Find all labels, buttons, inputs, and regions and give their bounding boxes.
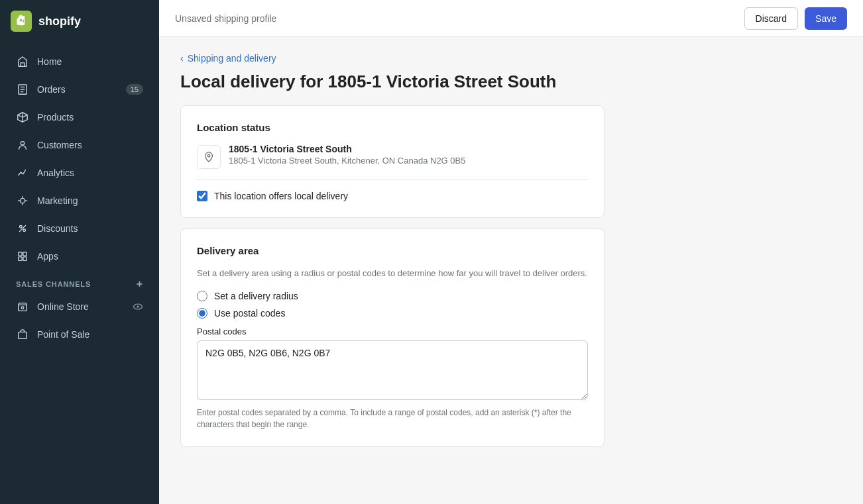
apps-icon [16,250,29,263]
sidebar-item-apps[interactable]: Apps [5,243,154,270]
topbar-actions: Discard Save [744,7,847,30]
sidebar-item-online-store-label: Online Store [37,301,89,312]
breadcrumb[interactable]: ‹ Shipping and delivery [180,53,842,64]
sidebar-navigation: Home Orders 15 Products Customers [0,42,159,504]
svg-point-12 [137,305,139,307]
sidebar: shopify Home Orders 15 Products [0,0,159,504]
sidebar-logo-text: shopify [38,15,81,28]
analytics-icon [16,166,29,179]
sidebar-item-products[interactable]: Products [5,104,154,130]
page-content: ‹ Shipping and delivery Local delivery f… [159,37,863,504]
sidebar-item-discounts-label: Discounts [37,223,78,234]
main-content: Unsaved shipping profile Discard Save ‹ … [159,0,863,504]
local-delivery-checkbox[interactable] [197,191,207,201]
sidebar-item-products-label: Products [37,112,74,123]
marketing-icon [16,194,29,207]
sales-channels-section-header: SALES CHANNELS + [5,270,154,293]
svg-point-10 [21,307,24,309]
delivery-area-card-title: Delivery area [197,245,588,256]
customers-icon [16,138,29,152]
sidebar-item-customers[interactable]: Customers [5,132,154,158]
card-divider [197,179,588,180]
page-title: Local delivery for 1805-1 Victoria Stree… [180,72,842,92]
location-info: 1805-1 Victoria Street South 1805-1 Vict… [229,144,465,166]
breadcrumb-text: Shipping and delivery [188,53,276,64]
postal-radio-option[interactable]: Use postal codes [197,308,588,319]
sidebar-item-marketing-label: Marketing [37,195,78,206]
sidebar-item-home-label: Home [37,56,62,67]
topbar-title: Unsaved shipping profile [175,13,276,24]
sidebar-item-discounts[interactable]: Discounts [5,215,154,242]
local-delivery-label[interactable]: This location offers local delivery [214,191,348,201]
discard-button[interactable]: Discard [744,7,798,30]
add-sales-channel-button[interactable]: + [137,278,143,290]
postal-radio[interactable] [197,308,207,319]
postal-codes-label: Postal codes [197,327,588,336]
sidebar-item-apps-label: Apps [37,251,58,262]
products-icon [16,111,29,124]
location-address: 1805-1 Victoria Street South, Kitchener,… [229,156,465,166]
postal-codes-hint: Enter postal codes separated by a comma.… [197,407,588,430]
breadcrumb-arrow-icon: ‹ [180,53,184,64]
orders-badge: 15 [126,84,143,95]
sidebar-item-orders[interactable]: Orders 15 [5,76,154,103]
location-name: 1805-1 Victoria Street South [229,144,465,154]
sidebar-item-home[interactable]: Home [5,48,154,75]
pos-icon [16,328,29,341]
svg-rect-0 [11,11,32,32]
sidebar-item-point-of-sale[interactable]: Point of Sale [5,321,154,348]
svg-rect-8 [19,257,22,260]
orders-icon [16,83,29,96]
sidebar-item-customers-label: Customers [37,140,82,150]
sidebar-logo: shopify [0,0,159,42]
delivery-area-description: Set a delivery area using a radius or po… [197,267,588,280]
sidebar-item-marketing[interactable]: Marketing [5,187,154,214]
svg-point-3 [20,198,25,203]
sidebar-item-online-store[interactable]: Online Store [5,293,154,320]
location-pin-icon [203,151,215,163]
sidebar-item-analytics[interactable]: Analytics [5,160,154,186]
radius-radio-label[interactable]: Set a delivery radius [214,291,298,301]
location-row: 1805-1 Victoria Street South 1805-1 Vict… [197,144,588,169]
local-delivery-checkbox-row: This location offers local delivery [197,191,588,201]
svg-point-2 [21,142,24,145]
radius-radio[interactable] [197,291,207,301]
svg-rect-9 [23,257,27,260]
sidebar-item-pos-label: Point of Sale [37,329,89,340]
location-status-card-title: Location status [197,122,588,133]
topbar: Unsaved shipping profile Discard Save [159,0,863,37]
location-status-card: Location status 1805-1 Victoria Street S… [180,105,604,218]
svg-point-5 [23,229,26,232]
save-button[interactable]: Save [805,7,847,30]
sidebar-item-analytics-label: Analytics [37,168,74,178]
location-icon-wrap [197,145,221,169]
online-store-icon [16,300,29,313]
discounts-icon [16,222,29,235]
svg-rect-6 [19,252,22,256]
postal-codes-input[interactable]: N2G 0B5, N2G 0B6, N2G 0B7 [197,340,588,400]
delivery-area-card: Delivery area Set a delivery area using … [180,228,604,447]
postal-radio-label[interactable]: Use postal codes [214,308,285,319]
svg-rect-7 [23,252,27,256]
sales-channels-label: SALES CHANNELS [16,280,91,288]
svg-point-14 [207,154,210,157]
radius-radio-option[interactable]: Set a delivery radius [197,291,588,301]
home-icon [16,55,29,68]
svg-point-4 [20,226,23,228]
svg-rect-13 [19,332,27,338]
sidebar-item-orders-label: Orders [37,84,66,95]
shopify-logo-icon [11,11,32,32]
online-store-visibility-icon[interactable] [133,301,143,312]
